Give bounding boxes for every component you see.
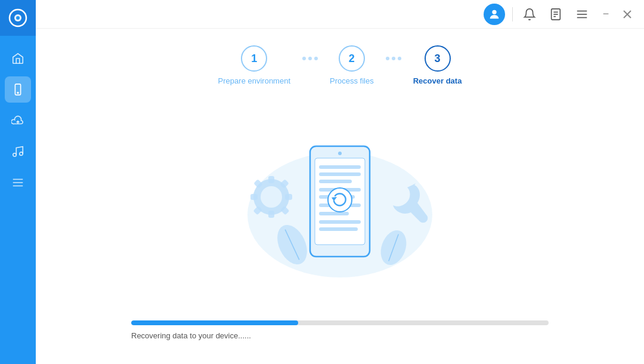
dot: [314, 57, 318, 60]
dot: [386, 57, 389, 60]
dot: [398, 57, 401, 60]
progress-bar-background: [131, 320, 549, 325]
progress-bar-fill: [131, 320, 298, 325]
svg-point-44: [328, 188, 352, 212]
progress-label: Recovering data to your device......: [131, 331, 549, 340]
step-dots-1: [302, 57, 318, 75]
svg-point-5: [13, 153, 17, 157]
step-2-label: Process files: [330, 76, 374, 85]
svg-point-6: [20, 152, 23, 155]
step-2: 2 Process files: [330, 45, 374, 85]
titlebar-divider: [512, 7, 513, 21]
svg-rect-36: [319, 172, 361, 176]
menu-icon[interactable]: [572, 5, 592, 24]
close-button[interactable]: [620, 7, 634, 21]
avatar-button[interactable]: [484, 4, 505, 25]
step-2-circle: 2: [339, 45, 365, 72]
sidebar-item-home[interactable]: [5, 45, 31, 72]
sidebar: [0, 0, 36, 364]
illustration-area: [36, 91, 644, 320]
svg-rect-20: [268, 176, 274, 183]
svg-point-7: [492, 10, 496, 14]
svg-point-34: [338, 152, 342, 155]
sidebar-item-device[interactable]: [5, 76, 31, 103]
document-icon[interactable]: [546, 5, 565, 24]
steps-bar: 1 Prepare environment 2 Process files: [36, 29, 644, 97]
svg-point-19: [261, 186, 282, 208]
sidebar-item-cloud[interactable]: [5, 107, 31, 134]
dot: [302, 57, 306, 60]
step-1-label: Prepare environment: [218, 76, 290, 85]
svg-rect-42: [319, 220, 361, 224]
dot: [392, 57, 395, 60]
step-dots-2: [386, 57, 401, 75]
sidebar-nav: [5, 45, 31, 364]
svg-rect-41: [319, 212, 349, 215]
step-3-label: Recover data: [413, 76, 462, 85]
svg-point-4: [17, 92, 18, 94]
sidebar-item-music[interactable]: [5, 138, 31, 165]
minimize-button[interactable]: −: [599, 7, 613, 21]
step-3: 3 Recover data: [413, 45, 462, 85]
step-3-circle: 3: [425, 45, 451, 72]
svg-rect-35: [319, 165, 361, 169]
svg-point-2: [16, 16, 20, 20]
titlebar: −: [36, 0, 644, 29]
sidebar-logo[interactable]: [0, 0, 36, 36]
svg-rect-21: [268, 211, 274, 218]
main-content: − 1 Prepare environment 2 Pro: [36, 0, 644, 364]
progress-area: Recovering data to your device......: [36, 320, 644, 364]
svg-rect-23: [250, 194, 258, 200]
step-1: 1 Prepare environment: [218, 45, 290, 85]
bell-icon[interactable]: [520, 5, 539, 24]
step-1-circle: 1: [241, 45, 267, 72]
svg-rect-37: [319, 180, 352, 183]
svg-rect-22: [285, 194, 292, 200]
svg-rect-43: [319, 227, 358, 231]
sidebar-item-files[interactable]: [5, 169, 31, 196]
dot: [308, 57, 312, 60]
